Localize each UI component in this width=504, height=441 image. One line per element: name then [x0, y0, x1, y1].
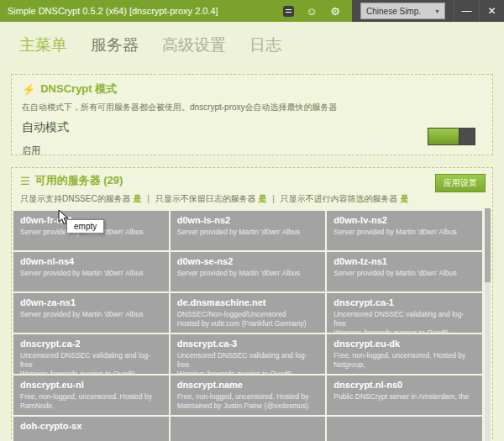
- tab-log[interactable]: 日志: [249, 34, 281, 56]
- server-card[interactable]: d0wn-is-ns2 Server provided by Martin 'd…: [171, 211, 326, 250]
- server-name: dnscrypt.ca-1: [333, 297, 475, 307]
- server-description: Uncensored DNSSEC validating and log-fre…: [333, 310, 475, 333]
- enabled-label: 启用: [22, 144, 482, 157]
- tab-main-menu[interactable]: 主菜单: [19, 34, 67, 56]
- filter-nologs-label: 只显示不保留日志的服务器: [155, 194, 256, 203]
- language-dropdown[interactable]: Chinese Simp. ▼: [360, 3, 445, 19]
- server-name: dnscrypt.nl-ns0: [333, 380, 475, 390]
- server-card[interactable]: [327, 417, 482, 441]
- server-description: Server provided by Martin 'd0wn' Albus: [20, 310, 162, 319]
- mode-description: 在自动模式下，所有可用服务器都会被使用。dnscrypt-proxy会自动选择最…: [22, 102, 482, 113]
- list-icon: ☰: [20, 175, 30, 187]
- minimize-button[interactable]: —: [454, 0, 479, 22]
- tab-advanced-settings[interactable]: 高级设置: [162, 34, 226, 56]
- server-card[interactable]: d0wn-lv-ns2 Server provided by Martin 'd…: [327, 211, 482, 250]
- servers-panel-header: ☰ 可用的服务器 (29) 应用设置: [12, 173, 492, 188]
- filter-nologs-toggle[interactable]: 是: [258, 194, 266, 203]
- language-dropdown-value: Chinese Simp.: [366, 7, 421, 16]
- scrollbar-thumb[interactable]: [485, 208, 491, 282]
- server-card[interactable]: d0wn-za-ns1 Server provided by Martin 'd…: [13, 293, 169, 333]
- filter-nofilter-label: 只显示不进行内容筛选的服务器: [281, 194, 398, 203]
- servers-panel-title: 可用的服务器 (29): [35, 173, 123, 188]
- server-card[interactable]: dnscrypt.eu-dk Free, non-logged, uncenso…: [327, 334, 482, 374]
- titlebar-icons: ☺ ⚙: [280, 0, 352, 22]
- clipboard-icon[interactable]: [280, 3, 297, 19]
- server-name: d0wn-se-ns2: [177, 256, 319, 266]
- server-description: DNSSEC/Non-logged/Uncensored Hosted by v…: [177, 310, 319, 328]
- server-grid: d0wn-fr-ns1 Server provided by Martin 'd…: [13, 211, 482, 441]
- service-toggle[interactable]: [428, 128, 475, 145]
- server-name: doh-crypto-sx: [20, 421, 162, 431]
- window-title: Simple DNSCrypt 0.5.2 (x64) [dnscrypt-pr…: [0, 0, 280, 22]
- server-name: d0wn-nl-ns4: [20, 256, 162, 266]
- server-description: Server provided by Martin 'd0wn' Albus: [177, 269, 319, 278]
- server-name: de.dnsmaschine.net: [177, 297, 319, 307]
- server-name: d0wn-tz-ns1: [333, 256, 475, 266]
- app-window: Simple DNSCrypt 0.5.2 (x64) [dnscrypt-pr…: [0, 0, 504, 441]
- server-name: dnscrypt.name: [177, 380, 319, 390]
- nav-tabs: 主菜单 服务器 高级设置 日志: [0, 22, 504, 56]
- server-description: Uncensored DNSSEC validating and log-fre…: [20, 351, 162, 374]
- server-description: Server provided by Martin 'd0wn' Albus: [177, 228, 319, 237]
- server-card[interactable]: [171, 417, 326, 441]
- filter-dnssec-label: 只显示支持DNSSEC的服务器: [20, 194, 131, 203]
- mode-panel-title: DNSCrypt 模式: [40, 81, 117, 97]
- server-name: dnscrypt.eu-dk: [333, 339, 475, 349]
- server-description: Free, non-logged, uncensored. Hosted by …: [177, 392, 319, 411]
- server-card[interactable]: dnscrypt.eu-nl Free, non-logged, uncenso…: [13, 375, 169, 415]
- dnscrypt-mode-panel: ⚡ DNSCrypt 模式 在自动模式下，所有可用服务器都会被使用。dnscry…: [11, 74, 493, 155]
- tooltip: empty: [66, 219, 104, 234]
- server-card[interactable]: dnscrypt.ca-1 Uncensored DNSSEC validati…: [327, 293, 482, 333]
- close-button[interactable]: ✕: [479, 0, 504, 22]
- server-card[interactable]: de.dnsmaschine.net DNSSEC/Non-logged/Unc…: [171, 293, 326, 333]
- gear-icon[interactable]: ⚙: [327, 3, 344, 19]
- titlebar[interactable]: Simple DNSCrypt 0.5.2 (x64) [dnscrypt-pr…: [0, 0, 504, 22]
- server-card[interactable]: dnscrypt.ca-3 Uncensored DNSSEC validati…: [171, 334, 326, 374]
- server-name: d0wn-lv-ns2: [333, 215, 475, 225]
- server-description: Server provided by Martin 'd0wn' Albus: [20, 269, 162, 278]
- clipboard-icon-glyph: [283, 6, 294, 17]
- server-description: Free, non-logged, uncensored. Hosted by …: [333, 351, 475, 370]
- server-card[interactable]: d0wn-tz-ns1 Server provided by Martin 'd…: [327, 252, 482, 291]
- flash-icon: ⚡: [22, 83, 35, 96]
- server-description: Server provided by Martin 'd0wn' Albus: [333, 269, 475, 278]
- mouse-cursor: [58, 209, 69, 228]
- scrollbar[interactable]: [485, 208, 491, 441]
- filter-separator: |: [272, 194, 275, 203]
- server-name: d0wn-za-ns1: [20, 297, 162, 307]
- server-name: dnscrypt.eu-nl: [20, 380, 162, 390]
- server-name: d0wn-is-ns2: [177, 215, 319, 225]
- chevron-down-icon: ▼: [434, 8, 440, 14]
- toggle-handle: [459, 129, 475, 144]
- apply-settings-button[interactable]: 应用设置: [435, 174, 486, 192]
- mode-panel-header: ⚡ DNSCrypt 模式: [22, 81, 482, 97]
- server-filters: 只显示支持DNSSEC的服务器 是 | 只显示不保留日志的服务器 是 | 只显示…: [12, 188, 492, 207]
- tab-servers[interactable]: 服务器: [91, 34, 139, 56]
- server-card[interactable]: d0wn-se-ns2 Server provided by Martin 'd…: [171, 252, 326, 291]
- filter-separator: |: [147, 194, 150, 203]
- available-servers-panel: ☰ 可用的服务器 (29) 应用设置 只显示支持DNSSEC的服务器 是 | 只…: [11, 167, 493, 441]
- server-description: Free, non-logged, uncensored. Hosted by …: [20, 392, 162, 411]
- server-card[interactable]: doh-crypto-sx: [13, 417, 169, 441]
- server-card[interactable]: dnscrypt.nl-ns0 Public DNSCrypt server i…: [327, 375, 482, 415]
- server-card[interactable]: d0wn-nl-ns4 Server provided by Martin 'd…: [13, 252, 169, 291]
- server-name: dnscrypt.ca-3: [177, 339, 319, 349]
- filter-dnssec-toggle[interactable]: 是: [133, 194, 141, 203]
- filter-nofilter-toggle[interactable]: 是: [400, 194, 408, 203]
- server-card[interactable]: dnscrypt.name Free, non-logged, uncensor…: [171, 375, 326, 415]
- server-description: Server provided by Martin 'd0wn' Albus: [333, 228, 475, 237]
- server-card[interactable]: dnscrypt.ca-2 Uncensored DNSSEC validati…: [13, 334, 169, 374]
- server-description: Public DNSCrypt server in Amsterdam, the: [333, 392, 475, 402]
- smiley-icon[interactable]: ☺: [303, 3, 320, 19]
- mode-name: 自动模式: [22, 120, 482, 135]
- titlebar-right-section: Chinese Simp. ▼ — ✕: [352, 0, 504, 22]
- server-name: dnscrypt.ca-2: [20, 339, 162, 349]
- server-description: Uncensored DNSSEC validating and log-fre…: [177, 351, 319, 374]
